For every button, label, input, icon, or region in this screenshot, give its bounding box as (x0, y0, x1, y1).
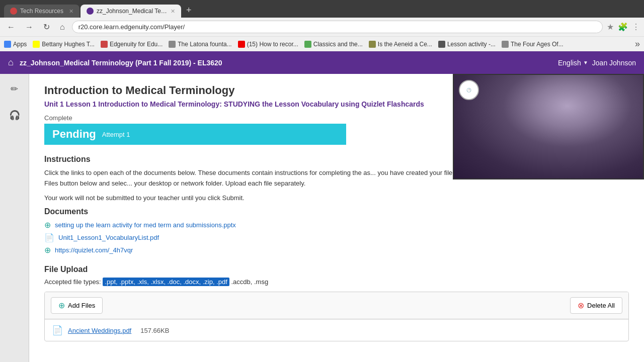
browser-chrome: Tech Resources ✕ zz_Johnson_Medical Term… (0, 0, 644, 18)
content-area: + 🕐 Introduction to Medical Terminology … (29, 74, 644, 362)
user-name: Joan Johnson (592, 59, 636, 67)
extensions-icon[interactable]: 🧩 (618, 22, 628, 32)
bookmark-lesson-label: Lesson activity -... (447, 41, 496, 48)
accepted-rest: .accdb, .msg (231, 278, 268, 286)
tab-favicon-2 (87, 8, 94, 15)
accepted-highlighted: .ppt, .pptx, .xls, .xlsx, .doc, .docx, .… (103, 278, 229, 286)
bookmark-bettany-label: Bettany Hughes T... (42, 41, 95, 48)
link-icon: ⊕ (44, 245, 51, 255)
url-bar[interactable]: r20.core.learn.edgenuity.com/Player/ (72, 21, 603, 33)
bookmark-classics[interactable]: Classics and the... (304, 41, 363, 48)
address-bar: ← → ↻ ⌂ r20.core.learn.edgenuity.com/Pla… (0, 18, 644, 36)
file-upload-section: File Upload Accepted file types: .ppt, .… (44, 265, 629, 341)
tab-close-1[interactable]: ✕ (69, 8, 73, 15)
video-inner: 🕐 (454, 75, 643, 178)
add-files-button[interactable]: ⊕ Add Files (51, 297, 103, 314)
attempt-badge: Attempt 1 (102, 131, 130, 138)
bookmark-classics-label: Classics and the... (313, 41, 363, 48)
pencil-icon[interactable]: ✏ (6, 80, 24, 98)
upload-box: ⊕ Add Files ⊗ Delete All 📄 Ancient Weddi… (44, 292, 629, 341)
accepted-types: Accepted file types: .ppt, .pptx, .xls, … (44, 278, 629, 286)
bookmark-latona-label: The Latona founta... (178, 41, 231, 48)
header-right: English ▼ Joan Johnson (558, 59, 636, 67)
bookmark-star[interactable]: ★ (607, 22, 614, 32)
tab-title-1: Tech Resources (20, 8, 66, 15)
pdf-icon-1: 📄 (44, 233, 54, 242)
add-files-label: Add Files (68, 302, 95, 309)
file-size: 157.66KB (140, 327, 169, 334)
documents-title: Documents (44, 207, 629, 216)
tab-tech-resources[interactable]: Tech Resources ✕ (4, 5, 79, 18)
bookmark-lesson[interactable]: Lesson activity -... (438, 41, 496, 48)
bookmark-howto[interactable]: (15) How to recor... (238, 41, 298, 48)
bookmark-bettany[interactable]: Bettany Hughes T... (33, 41, 95, 48)
doc-link-1[interactable]: setting up the learn activity for med te… (55, 221, 236, 229)
sidebar: ✏ 🎧 (0, 74, 29, 362)
delete-all-label: Delete All (587, 302, 615, 309)
pending-bar: Pending Attempt 1 (44, 124, 346, 145)
language-selector[interactable]: English ▼ (558, 59, 588, 67)
tab-close-2[interactable]: ✕ (171, 8, 175, 15)
language-caret-icon: ▼ (583, 60, 588, 65)
bookmark-aeneid-label: Is the Aeneid a Ce... (378, 41, 432, 48)
video-overlay: 🕐 (453, 74, 644, 179)
file-pdf-icon: 📄 (52, 325, 63, 336)
tab-bar: Tech Resources ✕ zz_Johnson_Medical Term… (4, 3, 640, 18)
documents-section: Documents ⊕ setting up the learn activit… (44, 207, 629, 255)
add-files-icon: ⊕ (58, 301, 65, 310)
pptx-icon: ⊕ (44, 220, 51, 230)
menu-icon[interactable]: ⋮ (632, 22, 640, 32)
forward-button[interactable]: → (22, 22, 36, 33)
bookmark-latona[interactable]: The Latona founta... (169, 41, 231, 48)
reload-button[interactable]: ↻ (40, 21, 53, 33)
bookmark-fourages-label: The Four Ages Of... (511, 41, 564, 48)
file-item: 📄 Ancient Weddings.pdf 157.66KB (45, 319, 628, 341)
delete-all-button[interactable]: ⊗ Delete All (570, 297, 622, 314)
bookmarks-more[interactable]: » (635, 39, 640, 49)
bookmark-howto-label: (15) How to recor... (247, 41, 298, 48)
doc-link-3[interactable]: https://quizlet.com/_4h7vqr (55, 246, 133, 254)
app-header: ⌂ zz_Johnson_Medical Terminology (Part 1… (0, 51, 644, 74)
bookmarks-bar: Apps Bettany Hughes T... Edgenuity for E… (0, 36, 644, 51)
home-icon[interactable]: ⌂ (8, 57, 14, 68)
file-upload-title: File Upload (44, 265, 629, 274)
tab-favicon-1 (10, 8, 17, 15)
tab-edgenuity[interactable]: zz_Johnson_Medical Termino... ✕ (80, 5, 181, 18)
back-button[interactable]: ← (4, 22, 18, 33)
doc-item-2: 📄 Unit1_Lesson1_VocabularyList.pdf (44, 233, 629, 242)
headphone-icon[interactable]: 🎧 (6, 106, 24, 124)
delete-icon: ⊗ (578, 301, 584, 310)
doc-item-1: ⊕ setting up the learn activity for med … (44, 220, 629, 230)
home-button[interactable]: ⌂ (57, 22, 68, 33)
file-name[interactable]: Ancient Weddings.pdf (68, 327, 131, 334)
bookmark-edgenuity[interactable]: Edgenuity for Edu... (101, 41, 163, 48)
accepted-label: Accepted file types: (44, 278, 103, 286)
main-layout: ✏ 🎧 + 🕐 Introduction to Medical Terminol… (0, 74, 644, 362)
bookmark-apps[interactable]: Apps (4, 41, 27, 48)
bookmark-aeneid[interactable]: Is the Aeneid a Ce... (369, 41, 432, 48)
bookmark-edgenuity-label: Edgenuity for Edu... (110, 41, 163, 48)
doc-item-3: ⊕ https://quizlet.com/_4h7vqr (44, 245, 629, 255)
clock-decoration: 🕐 (459, 80, 479, 100)
upload-actions: ⊕ Add Files ⊗ Delete All (45, 292, 628, 319)
bookmark-fourages[interactable]: The Four Ages Of... (502, 41, 564, 48)
language-label: English (558, 59, 581, 67)
bookmark-apps-label: Apps (13, 41, 27, 48)
status-text: Pending (52, 128, 96, 141)
video-person (454, 75, 643, 178)
instructions-para2: Your work will not be submitted to your … (44, 193, 629, 204)
doc-link-2[interactable]: Unit1_Lesson1_VocabularyList.pdf (58, 234, 159, 241)
new-tab-button[interactable]: + (182, 3, 196, 18)
tab-title-2: zz_Johnson_Medical Termino... (97, 8, 168, 15)
app-title: zz_Johnson_Medical Terminology (Part 1 F… (20, 59, 558, 67)
